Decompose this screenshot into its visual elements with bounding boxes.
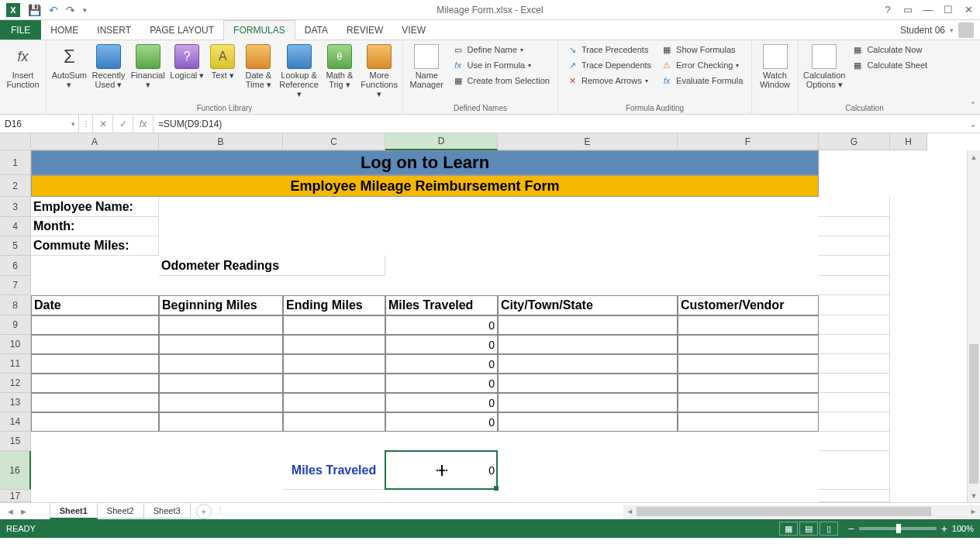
blank-cell[interactable]	[819, 412, 890, 432]
column-header-G[interactable]: G	[819, 133, 890, 150]
create-from-selection-button[interactable]: ▦Create from Selection	[449, 74, 553, 88]
data-cell[interactable]	[159, 393, 283, 412]
data-cell[interactable]	[498, 393, 678, 412]
row-header-9[interactable]: 9	[0, 315, 31, 335]
maximize-icon[interactable]: ☐	[941, 3, 955, 17]
evaluate-formula-button[interactable]: fxEvaluate Formula	[657, 74, 746, 88]
tab-file[interactable]: FILE	[0, 20, 41, 40]
column-header-B[interactable]: B	[159, 133, 283, 150]
minimize-icon[interactable]: —	[921, 3, 935, 17]
data-cell[interactable]	[678, 315, 819, 335]
insert-function-fx-icon[interactable]: fx	[133, 115, 154, 133]
scroll-down-icon[interactable]: ▼	[968, 489, 980, 502]
blank-cell[interactable]	[819, 256, 890, 276]
zoom-out-button[interactable]: −	[847, 522, 854, 535]
label-month[interactable]: Month:	[31, 217, 159, 236]
column-header-E[interactable]: E	[498, 133, 678, 150]
sheet-tab-2[interactable]: Sheet2	[97, 504, 144, 518]
use-in-formula-button[interactable]: fxUse in Formula ▾	[449, 58, 553, 72]
data-cell[interactable]	[498, 374, 678, 393]
close-icon[interactable]: ✕	[961, 3, 975, 17]
scroll-right-icon[interactable]: ►	[967, 508, 980, 515]
row-header-4[interactable]: 4	[0, 217, 31, 236]
data-cell[interactable]: 0	[385, 335, 498, 354]
zoom-slider[interactable]	[859, 527, 937, 530]
data-cell[interactable]	[498, 335, 678, 354]
blank-cell[interactable]	[819, 490, 890, 502]
blank-cell[interactable]	[819, 354, 890, 374]
data-cell[interactable]	[283, 393, 385, 412]
zoom-in-button[interactable]: +	[941, 522, 947, 535]
define-name-button[interactable]: ▭Define Name ▾	[449, 43, 553, 57]
hdr-traveled[interactable]: Miles Traveled	[385, 295, 498, 315]
ribbon-display-icon[interactable]: ▭	[901, 3, 915, 17]
normal-view-icon[interactable]: ▦	[779, 522, 798, 536]
text-button[interactable]: AText ▾	[209, 43, 237, 81]
data-cell[interactable]	[159, 374, 283, 393]
financial-button[interactable]: Financial ▾	[129, 43, 166, 91]
row-header-14[interactable]: 14	[0, 412, 31, 432]
data-cell[interactable]	[31, 393, 159, 412]
qat-customize-icon[interactable]: ▾	[83, 6, 87, 14]
more-functions-button[interactable]: More Functions ▾	[361, 43, 398, 100]
collapse-ribbon-icon[interactable]: ˄	[971, 101, 975, 112]
label-odometer[interactable]: Odometer Readings	[159, 256, 385, 276]
data-cell[interactable]: 0	[385, 412, 498, 432]
tab-view[interactable]: VIEW	[392, 20, 435, 40]
blank-cell[interactable]	[819, 197, 890, 217]
name-box[interactable]: D16	[0, 115, 79, 133]
calculation-options-button[interactable]: Calculation Options ▾	[803, 43, 845, 91]
autosum-button[interactable]: ΣAutoSum ▾	[51, 43, 88, 91]
expand-formula-bar-icon[interactable]: ⌄	[966, 115, 980, 133]
scroll-up-icon[interactable]: ▲	[968, 150, 980, 164]
show-formulas-button[interactable]: ▦Show Formulas	[657, 43, 746, 57]
data-cell[interactable]	[283, 335, 385, 354]
hdr-ending[interactable]: Ending Miles	[283, 295, 385, 315]
calculate-now-button[interactable]: ▦Calculate Now	[848, 43, 930, 57]
blank-cell[interactable]	[819, 276, 890, 295]
help-icon[interactable]: ?	[881, 3, 895, 17]
recently-used-button[interactable]: Recently Used ▾	[91, 43, 127, 91]
date-time-button[interactable]: Date & Time ▾	[240, 43, 277, 91]
row-header-10[interactable]: 10	[0, 335, 31, 354]
page-break-view-icon[interactable]: ▯	[820, 522, 838, 536]
row-header-17[interactable]: 17	[0, 490, 31, 502]
data-cell[interactable]: 0	[385, 354, 498, 374]
row-header-13[interactable]: 13	[0, 393, 31, 412]
error-checking-button[interactable]: ⚠Error Checking ▾	[657, 58, 746, 72]
tab-scroll-splitter[interactable]: ⋮	[212, 506, 229, 516]
data-cell[interactable]	[283, 412, 385, 432]
page-layout-view-icon[interactable]: ▤	[799, 522, 818, 536]
hdr-city[interactable]: City/Town/State	[498, 295, 678, 315]
horizontal-scroll-thumb[interactable]	[637, 507, 931, 516]
data-cell[interactable]	[159, 412, 283, 432]
save-icon[interactable]: 💾	[28, 4, 41, 16]
zoom-level[interactable]: 100%	[952, 524, 974, 533]
remove-arrows-button[interactable]: ✕Remove Arrows ▾	[563, 74, 654, 88]
data-cell[interactable]	[283, 374, 385, 393]
blank-cell[interactable]	[819, 217, 890, 236]
column-header-H[interactable]: H	[890, 133, 927, 150]
row-header-1[interactable]: 1	[0, 150, 31, 175]
redo-icon[interactable]: ↷	[66, 4, 75, 16]
user-name[interactable]: Student 06	[900, 25, 945, 36]
tab-insert[interactable]: INSERT	[88, 20, 140, 40]
total-cell[interactable]: 0	[385, 451, 498, 490]
data-cell[interactable]	[283, 315, 385, 335]
column-header-F[interactable]: F	[678, 133, 819, 150]
hdr-beginning[interactable]: Beginning Miles	[159, 295, 283, 315]
title-reimbursement[interactable]: Employee Mileage Reimbursement Form	[31, 175, 819, 197]
column-header-C[interactable]: C	[283, 133, 385, 150]
row-header-3[interactable]: 3	[0, 197, 31, 217]
tab-page-layout[interactable]: PAGE LAYOUT	[140, 20, 223, 40]
undo-icon[interactable]: ↶	[49, 4, 58, 16]
data-cell[interactable]	[678, 335, 819, 354]
data-cell[interactable]	[31, 335, 159, 354]
blank-cell[interactable]	[819, 315, 890, 335]
row-header-11[interactable]: 11	[0, 354, 31, 374]
data-cell[interactable]	[159, 315, 283, 335]
hdr-date[interactable]: Date	[31, 295, 159, 315]
blank-cell[interactable]	[819, 236, 890, 256]
data-cell[interactable]	[678, 354, 819, 374]
add-sheet-button[interactable]: +	[196, 504, 212, 519]
